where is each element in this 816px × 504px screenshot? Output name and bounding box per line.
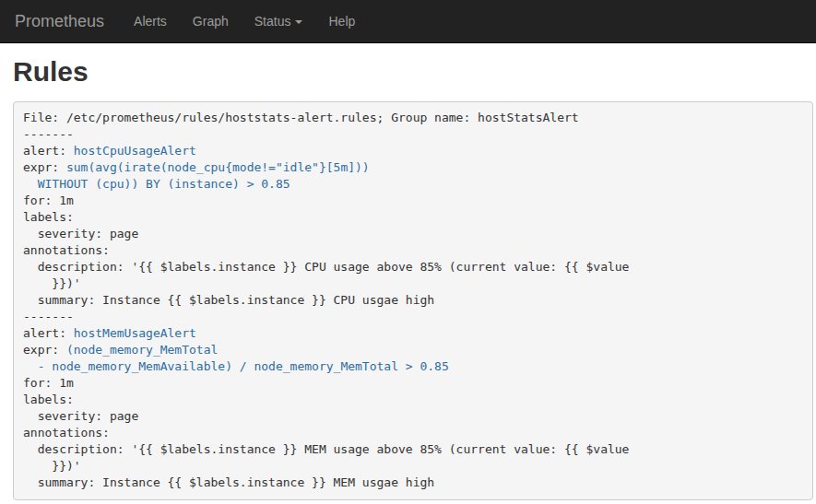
nav-link-graph[interactable]: Graph bbox=[180, 0, 242, 43]
rule-line: severity: page bbox=[23, 408, 812, 425]
rule-line: }})' bbox=[23, 275, 812, 292]
rule-link[interactable]: sum(avg(irate(node_cpu{mode!="idle"}[5m]… bbox=[66, 160, 370, 174]
rule-text: File: /etc/prometheus/rules/hoststats-al… bbox=[23, 111, 579, 124]
rule-text: severity: page bbox=[23, 227, 138, 240]
rule-text: }})' bbox=[23, 276, 81, 290]
rule-link[interactable]: hostMemUsageAlert bbox=[74, 326, 196, 340]
rule-text bbox=[23, 359, 38, 373]
rule-text: alert: bbox=[23, 144, 74, 158]
rule-line: WITHOUT (cpu)) BY (instance) > 0.85 bbox=[23, 176, 812, 193]
rule-text: labels: bbox=[23, 393, 74, 406]
rule-text: summary: Instance {{ $labels.instance }}… bbox=[23, 475, 434, 489]
page-title: Rules bbox=[13, 56, 813, 87]
rule-text: expr: bbox=[23, 160, 66, 174]
rule-line: for: 1m bbox=[23, 375, 812, 392]
rule-line: summary: Instance {{ $labels.instance }}… bbox=[23, 475, 812, 491]
rule-line: alert: hostMemUsageAlert bbox=[23, 325, 812, 342]
nav-item-help: Help bbox=[315, 0, 368, 43]
rule-line: }})' bbox=[23, 458, 812, 475]
rule-line: - node_memory_MemAvailable) / node_memor… bbox=[23, 358, 812, 375]
rule-text: description: '{{ $labels.instance }} MEM… bbox=[23, 442, 629, 456]
rule-text: labels: bbox=[23, 210, 74, 224]
rule-text: ------- bbox=[23, 127, 74, 141]
nav-link-alerts[interactable]: Alerts bbox=[121, 0, 180, 43]
rule-line: summary: Instance {{ $labels.instance }}… bbox=[23, 292, 812, 309]
rule-text: description: '{{ $labels.instance }} CPU… bbox=[23, 260, 629, 274]
rule-text: annotations: bbox=[23, 426, 110, 440]
rule-line: severity: page bbox=[23, 226, 812, 242]
nav-item-alerts: Alerts bbox=[121, 0, 180, 43]
nav-item-status: Status bbox=[242, 0, 316, 43]
rule-line: annotations: bbox=[23, 242, 812, 259]
rule-text: annotations: bbox=[23, 243, 110, 257]
rule-text: expr: bbox=[23, 343, 66, 357]
rule-text bbox=[23, 177, 38, 191]
rule-text: for: 1m bbox=[23, 193, 74, 207]
navbar-nav: AlertsGraphStatusHelp bbox=[121, 0, 368, 43]
rule-link[interactable]: (node_memory_MemTotal bbox=[66, 343, 218, 357]
rules-panel: File: /etc/prometheus/rules/hoststats-al… bbox=[13, 101, 813, 500]
rule-line: expr: (node_memory_MemTotal bbox=[23, 342, 812, 358]
rule-line: description: '{{ $labels.instance }} CPU… bbox=[23, 259, 812, 275]
navbar-brand[interactable]: Prometheus bbox=[15, 12, 104, 31]
rule-line: annotations: bbox=[23, 425, 812, 441]
rule-line: expr: sum(avg(irate(node_cpu{mode!="idle… bbox=[23, 159, 812, 176]
nav-item-graph: Graph bbox=[180, 0, 242, 43]
rule-link[interactable]: hostCpuUsageAlert bbox=[74, 144, 196, 158]
caret-down-icon bbox=[295, 20, 302, 24]
rule-line: labels: bbox=[23, 392, 812, 408]
rule-line: ------- bbox=[23, 126, 812, 143]
rule-text: summary: Instance {{ $labels.instance }}… bbox=[23, 293, 434, 307]
rule-line: File: /etc/prometheus/rules/hoststats-al… bbox=[23, 110, 812, 126]
rule-text: ------- bbox=[23, 310, 74, 323]
rule-link[interactable]: WITHOUT (cpu)) BY (instance) > 0.85 bbox=[38, 177, 290, 191]
page-content: Rules File: /etc/prometheus/rules/hostst… bbox=[0, 56, 816, 500]
rule-line: for: 1m bbox=[23, 193, 812, 209]
nav-link-status[interactable]: Status bbox=[242, 0, 316, 43]
rule-text: }})' bbox=[23, 459, 81, 473]
rule-line: ------- bbox=[23, 309, 812, 325]
rule-line: description: '{{ $labels.instance }} MEM… bbox=[23, 441, 812, 458]
nav-link-help[interactable]: Help bbox=[315, 0, 368, 43]
rule-line: labels: bbox=[23, 209, 812, 226]
rule-text: alert: bbox=[23, 326, 74, 340]
navbar: Prometheus AlertsGraphStatusHelp bbox=[0, 0, 816, 43]
rule-text: severity: page bbox=[23, 409, 138, 423]
rule-link[interactable]: - node_memory_MemAvailable) / node_memor… bbox=[38, 359, 449, 373]
rule-line: alert: hostCpuUsageAlert bbox=[23, 143, 812, 159]
rule-text: for: 1m bbox=[23, 376, 74, 390]
